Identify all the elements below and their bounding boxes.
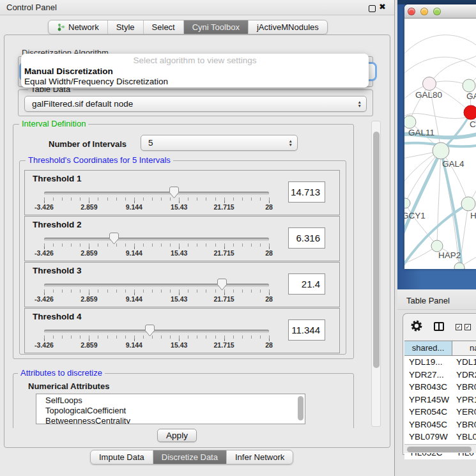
- attributes-list-scrollbar[interactable]: [298, 396, 303, 420]
- threshold-1-slider-track[interactable]: [44, 192, 269, 195]
- apply-button[interactable]: Apply: [157, 429, 197, 442]
- node-label-gal4: GAL4: [442, 159, 464, 169]
- cell-name[interactable]: YBR0: [456, 418, 476, 431]
- tick-label: 21.715: [214, 249, 234, 257]
- cell-shared-name[interactable]: YBL079W: [409, 431, 448, 443]
- table-header-row: shared... na: [404, 341, 476, 356]
- node-gcy1[interactable]: [404, 198, 410, 208]
- table-row[interactable]: YBL079WYBL0: [404, 431, 476, 443]
- node-bottom[interactable]: [454, 263, 464, 269]
- node-top-right[interactable]: [463, 79, 475, 92]
- threshold-4-slider-thumb[interactable]: [145, 325, 155, 337]
- threshold-4-panel: Threshold 4 -3.426 2.859 9.144 15.43 21.…: [24, 308, 340, 353]
- network-view-window: GAL80 GA C GAL11 GAL4 GCY1 H HAP2: [404, 4, 476, 269]
- table-row[interactable]: YBR043CYBR0: [404, 381, 476, 394]
- cell-shared-name[interactable]: YDL19...: [409, 356, 443, 369]
- slider-ticks: [44, 289, 270, 295]
- node-label-hap2: HAP2: [438, 250, 461, 260]
- network-icon: [57, 23, 65, 31]
- cell-name[interactable]: YDR2: [456, 369, 476, 381]
- checkbox-icon[interactable]: ✓: [464, 324, 471, 330]
- tab-cyni-toolbox[interactable]: Cyni Toolbox: [184, 20, 249, 34]
- threshold-2-value-field[interactable]: 6.316: [288, 227, 325, 249]
- cell-shared-name[interactable]: YER054C: [409, 406, 447, 418]
- threshold-1-slider-thumb[interactable]: [169, 187, 179, 199]
- tab-style[interactable]: Style: [108, 20, 144, 34]
- cell-name[interactable]: YDL1: [456, 356, 476, 369]
- stepper-arrows-icon: ▲▼: [289, 139, 293, 147]
- cell-name[interactable]: YPR1: [456, 394, 476, 406]
- threshold-3-slider-thumb[interactable]: [217, 279, 227, 291]
- list-item-selfloops[interactable]: SelfLoops: [36, 394, 305, 406]
- cell-shared-name[interactable]: YBR043C: [409, 381, 447, 394]
- close-icon[interactable]: ✖: [379, 2, 386, 12]
- node-h[interactable]: [461, 197, 475, 211]
- threshold-2-slider-track[interactable]: [44, 238, 269, 241]
- node-gal80[interactable]: [423, 77, 436, 91]
- checkbox-icon[interactable]: ✓: [456, 324, 462, 330]
- cell-shared-name[interactable]: YDR27...: [409, 369, 444, 381]
- network-window-titlebar[interactable]: [404, 4, 476, 19]
- cell-name[interactable]: YER0: [456, 406, 476, 418]
- node-gal11[interactable]: [404, 116, 416, 128]
- node-label-ga: GA: [466, 91, 476, 101]
- table-row[interactable]: YBR045CYBR0: [404, 418, 476, 431]
- panel-title: Control Panel: [6, 3, 57, 12]
- threshold-2-slider-thumb[interactable]: [109, 233, 119, 245]
- minimize-traffic-light[interactable]: [420, 8, 428, 15]
- threshold-4-value-field[interactable]: 11.344: [288, 319, 325, 341]
- control-panel: Control Panel ✖ Network Style Select Cyn…: [0, 0, 395, 476]
- table-horizontal-scrollbar-thumb[interactable]: [407, 447, 472, 452]
- threshold-3-value-field[interactable]: 21.4: [288, 273, 325, 295]
- network-canvas[interactable]: GAL80 GA C GAL11 GAL4 GCY1 H HAP2: [404, 19, 476, 269]
- tab-label: Discretize Data: [162, 450, 218, 464]
- table-data-combobox[interactable]: galFiltered.sif default node ▲▼: [24, 96, 367, 112]
- tick-label: -3.426: [35, 341, 54, 349]
- cell-shared-name[interactable]: YBR045C: [409, 418, 447, 431]
- slider-tick-labels: -3.426 2.859 9.144 15.43 21.715 28: [44, 203, 269, 211]
- dropdown-option-manual-discretization[interactable]: Manual Discretization: [21, 66, 369, 77]
- zoom-traffic-light[interactable]: [433, 8, 441, 15]
- list-item-topologicalcoefficient[interactable]: TopologicalCoefficient: [36, 406, 305, 416]
- tab-jactivemnodules[interactable]: jActiveMNodules: [249, 20, 327, 34]
- tab-label: jActiveMNodules: [257, 20, 319, 34]
- table-horizontal-scrollbar[interactable]: [404, 444, 476, 453]
- node-red-selected[interactable]: [464, 105, 476, 119]
- cell-shared-name[interactable]: YPR145W: [409, 394, 449, 406]
- dropdown-option-equal-width-frequency[interactable]: Equal Width/Frequency Discretization: [21, 77, 369, 87]
- table-row[interactable]: YDR27...YDR2: [404, 369, 476, 381]
- table-row[interactable]: YER054CYER0: [404, 406, 476, 418]
- threshold-1-value-field[interactable]: 14.713: [288, 181, 325, 203]
- close-traffic-light[interactable]: [408, 8, 415, 15]
- node-gal4[interactable]: [433, 142, 449, 159]
- threshold-3-slider-track[interactable]: [44, 284, 269, 287]
- tab-discretize-data[interactable]: Discretize Data: [153, 450, 227, 464]
- numerical-attributes-label: Numerical Attributes: [28, 381, 109, 391]
- column-header-shared-name[interactable]: shared...: [404, 341, 452, 356]
- tab-label: Cyni Toolbox: [192, 20, 240, 34]
- tab-network[interactable]: Network: [49, 20, 108, 34]
- number-of-intervals-combobox[interactable]: 5 ▲▼: [141, 135, 298, 151]
- threshold-2-panel: Threshold 2 -3.426 2.859 9.144 15.43 21.…: [24, 216, 340, 261]
- tab-infer-network[interactable]: Infer Network: [227, 450, 293, 464]
- settings-scroll-area: Interval Definition Number of Intervals …: [8, 119, 372, 428]
- settings-scrollbar-thumb[interactable]: [373, 132, 380, 368]
- tick-label: 15.43: [171, 249, 187, 257]
- control-panel-titlebar: Control Panel ✖: [0, 0, 394, 15]
- columns-icon[interactable]: [434, 322, 444, 331]
- threshold-3-panel: Threshold 3 -3.426 2.859 9.144 15.43 21.…: [24, 262, 340, 307]
- threshold-4-slider-track[interactable]: [44, 330, 269, 333]
- table-row[interactable]: YPR145WYPR1: [404, 394, 476, 406]
- list-item-betweennesscentrality[interactable]: BetweennessCentrality: [36, 416, 305, 424]
- cell-name[interactable]: YBL0: [456, 431, 476, 443]
- threshold-2-label: Threshold 2: [33, 220, 82, 229]
- gear-icon[interactable]: [411, 320, 422, 332]
- cell-name[interactable]: YBR0: [456, 381, 476, 394]
- tab-impute-data[interactable]: Impute Data: [91, 450, 153, 464]
- slider-tick-labels: -3.426 2.859 9.144 15.43 21.715 28: [44, 295, 269, 303]
- tab-select[interactable]: Select: [144, 20, 184, 34]
- column-header-name[interactable]: na: [452, 341, 476, 356]
- float-window-icon[interactable]: [369, 5, 376, 12]
- number-of-intervals-label: Number of Intervals: [49, 139, 127, 149]
- table-row[interactable]: YDL19...YDL1: [404, 356, 476, 369]
